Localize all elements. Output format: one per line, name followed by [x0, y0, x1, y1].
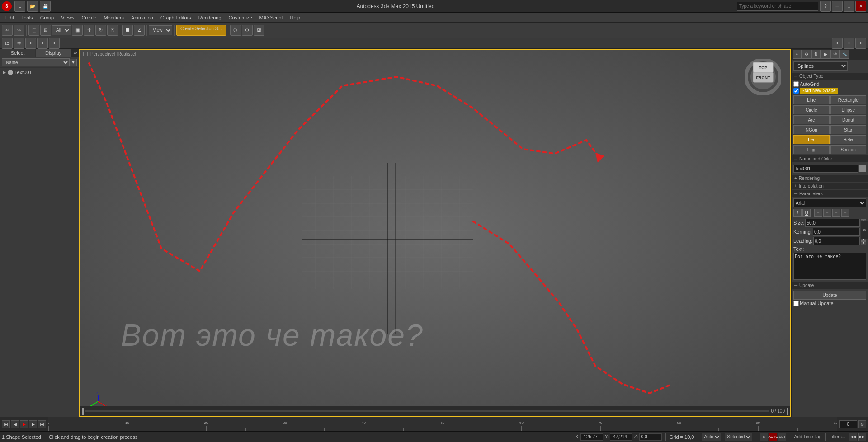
sort-dropdown[interactable]: Name: [2, 58, 70, 66]
text-button[interactable]: Text: [793, 135, 830, 144]
menu-modifiers[interactable]: Modifiers: [100, 14, 127, 21]
menu-graph-editors[interactable]: Graph Editors: [157, 14, 195, 21]
panel-resize-handle[interactable]: ≫: [861, 221, 868, 239]
time-config-button[interactable]: ⚙: [858, 420, 866, 428]
go-start-button[interactable]: ⏮: [2, 420, 10, 428]
add-time-tag-label[interactable]: Add Time Tag: [794, 434, 821, 439]
rendered-frame-button[interactable]: 🖼: [254, 25, 264, 36]
object-type-header[interactable]: ─ Object Type: [792, 73, 868, 80]
star-button[interactable]: Star: [830, 125, 867, 134]
timeline-handle-right[interactable]: [787, 408, 788, 415]
rendering-header[interactable]: + Rendering: [792, 175, 868, 182]
menu-views[interactable]: Views: [57, 14, 78, 21]
update-header[interactable]: ─ Update: [792, 282, 868, 289]
next-frame-button[interactable]: ▶: [29, 420, 37, 428]
arc-button[interactable]: Arc: [793, 115, 830, 124]
menu-maxscript[interactable]: MAXScript: [256, 14, 287, 21]
align-right-button[interactable]: ≡: [832, 209, 840, 217]
italic-button[interactable]: I: [793, 209, 802, 217]
panel-collapse-button[interactable]: ≫: [71, 49, 79, 57]
set-key-mode-button[interactable]: SET: [778, 433, 786, 441]
select-object-button[interactable]: ⬚: [28, 25, 39, 36]
kerning-input[interactable]: [813, 228, 860, 236]
snap-toggle[interactable]: 🔲: [122, 25, 133, 36]
splines-dropdown[interactable]: Splines: [793, 61, 848, 71]
menu-create[interactable]: Create: [78, 14, 100, 21]
list-item[interactable]: ▶ Text001: [1, 69, 78, 76]
scale-button[interactable]: ⇱: [107, 25, 118, 36]
size-input[interactable]: [805, 219, 860, 227]
minimize-button[interactable]: ─: [832, 1, 843, 12]
rectangle-button[interactable]: Rectangle: [830, 95, 867, 104]
maximize-button[interactable]: □: [844, 1, 854, 12]
go-end-button[interactable]: ⏭: [38, 420, 46, 428]
selected-dropdown[interactable]: Selected: [725, 433, 752, 441]
line-button[interactable]: Line: [793, 95, 830, 104]
sub-right-1[interactable]: •: [832, 38, 843, 49]
text-textarea[interactable]: [793, 253, 866, 280]
z-value[interactable]: 0,0: [639, 433, 662, 441]
leading-down-button[interactable]: ▼: [861, 241, 866, 245]
timeline-track[interactable]: [85, 410, 769, 412]
sub-right-2[interactable]: •: [844, 38, 854, 49]
rp-icon-modify[interactable]: ⚙: [802, 50, 811, 59]
ellipse-button[interactable]: Ellipse: [830, 105, 867, 114]
move-button[interactable]: ✛: [84, 25, 94, 36]
object-name-input[interactable]: [793, 165, 858, 173]
rp-icon-display[interactable]: 👁: [830, 50, 840, 59]
autogrid-checkbox[interactable]: [793, 81, 799, 87]
scene-explorer-button[interactable]: 🗂: [2, 38, 13, 49]
play-button[interactable]: ▶: [20, 420, 28, 428]
rp-icon-hierarchy[interactable]: ⇅: [811, 50, 821, 59]
viewcube[interactable]: TOP FRONT: [745, 59, 781, 95]
menu-tools[interactable]: Tools: [18, 14, 37, 21]
save-button[interactable]: 💾: [40, 1, 51, 12]
tab-display[interactable]: Display: [36, 49, 71, 57]
select-region-button[interactable]: ▣: [72, 25, 83, 36]
leading-input[interactable]: [813, 237, 860, 245]
sub-right-3[interactable]: •: [855, 38, 866, 49]
interpolation-header[interactable]: + Interpolation: [792, 183, 868, 189]
set-key-button[interactable]: K: [760, 433, 768, 441]
font-dropdown[interactable]: Arial: [793, 198, 866, 207]
rp-icon-utilities[interactable]: 🔧: [840, 50, 849, 59]
filter-button[interactable]: ▼: [70, 59, 77, 66]
create-selection-button[interactable]: Create Selection S...: [176, 25, 226, 36]
filters-button[interactable]: Filters...: [829, 434, 845, 439]
timeline-handle-left[interactable]: [82, 408, 84, 415]
circle-button[interactable]: Circle: [793, 105, 830, 114]
object-visibility-icon[interactable]: [8, 70, 13, 75]
align-justify-button[interactable]: ≡: [841, 209, 849, 217]
sub-btn-1[interactable]: •: [25, 38, 36, 49]
name-color-header[interactable]: ─ Name and Color: [792, 155, 868, 162]
sub-btn-3[interactable]: •: [49, 38, 60, 49]
donut-button[interactable]: Donut: [830, 115, 867, 124]
rp-icon-create[interactable]: ✦: [793, 50, 802, 59]
render-setup-button[interactable]: ⚙: [242, 25, 253, 36]
select-filter-button[interactable]: ⊞: [40, 25, 51, 36]
align-left-button[interactable]: ≡: [814, 209, 822, 217]
view-dropdown[interactable]: View: [149, 25, 172, 35]
menu-edit[interactable]: Edit: [2, 14, 18, 21]
add-button[interactable]: ✚: [14, 38, 24, 49]
rp-icon-motion[interactable]: ▶: [821, 50, 830, 59]
close-button[interactable]: ✕: [855, 1, 866, 12]
open-button[interactable]: 📂: [27, 1, 38, 12]
rotate-button[interactable]: ↻: [95, 25, 106, 36]
menu-rendering[interactable]: Rendering: [195, 14, 225, 21]
x-value[interactable]: -125,77: [580, 433, 603, 441]
section-button[interactable]: Section: [830, 145, 867, 154]
next-key-button[interactable]: ▶▶: [858, 433, 866, 441]
menu-group[interactable]: Group: [37, 14, 58, 21]
menu-customize[interactable]: Customize: [225, 14, 256, 21]
timeline-ruler[interactable]: 0102030405060708090100: [48, 417, 837, 431]
auto-dropdown[interactable]: Auto: [702, 433, 721, 441]
undo-button[interactable]: ↩: [2, 25, 13, 36]
angle-snap[interactable]: ∠: [134, 25, 145, 36]
help-button[interactable]: ?: [820, 1, 831, 12]
prev-key-button[interactable]: ◀◀: [849, 433, 857, 441]
render-button[interactable]: ⬡: [230, 25, 241, 36]
new-button[interactable]: 🗋: [14, 1, 25, 12]
menu-animation[interactable]: Animation: [127, 14, 157, 21]
manual-update-checkbox[interactable]: [793, 301, 799, 306]
